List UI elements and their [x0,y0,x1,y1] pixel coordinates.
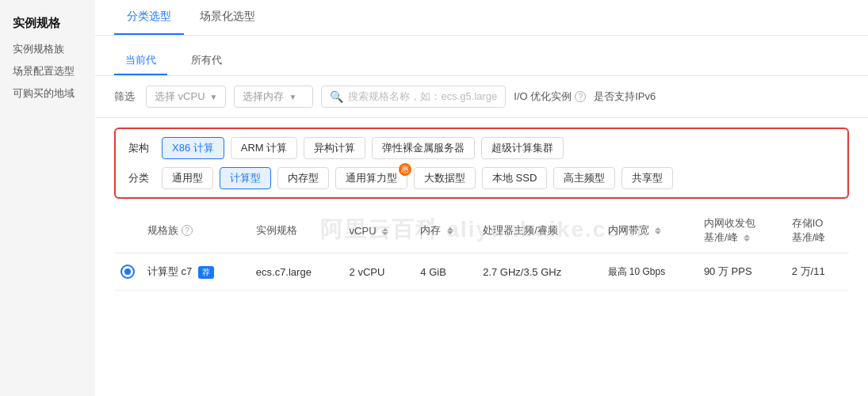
td-storage-io: 2 万/11 [786,253,849,291]
arch-row: 架构 X86 计算 ARM 计算 异构计算 弹性裸金属服务器 超级计算集群 [128,137,835,159]
chip-general-compute[interactable]: 通用算力型 惠 [335,167,407,189]
tab-category[interactable]: 分类选型 [114,0,184,35]
sidebar-item-family[interactable]: 实例规格族 [13,42,95,56]
chip-high-freq[interactable]: 高主频型 [553,167,615,189]
sidebar: 实例规格 实例规格族 场景配置选型 可购买的地域 [0,0,95,396]
th-family: 规格族 ? [141,208,250,253]
arch-label: 架构 [128,141,154,155]
th-memory: 内存 [414,208,476,253]
top-tabs: 分类选型 场景化选型 [95,0,868,36]
th-select [114,208,141,253]
chip-bare-metal[interactable]: 弹性裸金属服务器 [372,137,475,159]
category-row: 分类 通用型 计算型 内存型 通用算力型 惠 大数据型 本地 SSD 高主频型 … [128,167,835,189]
td-network-pps: 90 万 PPS [698,253,786,291]
th-network-bw: 内网带宽 [602,208,698,253]
td-network-bw: 最高 10 Gbps [602,253,698,291]
search-icon: 🔍 [330,90,343,103]
tab-current-gen[interactable]: 当前代 [114,47,167,75]
table-header-row: 规格族 ? 实例规格 vCPU [114,208,849,253]
chip-arm[interactable]: ARM 计算 [231,137,298,159]
td-radio[interactable] [114,253,141,291]
chip-supercompute[interactable]: 超级计算集群 [481,137,564,159]
search-box[interactable]: 🔍 搜索规格名称，如：ecs.g5.large [321,86,506,108]
vcpu-placeholder: 选择 vCPU [155,89,205,104]
arch-chips: X86 计算 ARM 计算 异构计算 弹性裸金属服务器 超级计算集群 [162,137,564,159]
family-badge: 荐 [198,266,214,279]
sidebar-title: 实例规格 [13,16,95,31]
search-placeholder: 搜索规格名称，如：ecs.g5.large [348,89,497,104]
th-network-pps: 内网收发包 基准/峰 [698,208,786,253]
family-help-icon[interactable]: ? [182,225,193,236]
table-row: 计算型 c7 荐 ecs.c7.large 2 vCPU 4 GiB 2.7 G… [114,253,849,291]
table-area: 规格族 ? 实例规格 vCPU [95,208,868,291]
network-pps-sort-icon[interactable] [744,234,750,242]
vcpu-sort-icon[interactable] [382,228,388,235]
table-body: 计算型 c7 荐 ecs.c7.large 2 vCPU 4 GiB 2.7 G… [114,253,849,291]
chip-memory[interactable]: 内存型 [277,167,329,189]
network-bw-sort-icon[interactable] [655,227,661,234]
category-label: 分类 [128,171,154,185]
main-content: 阿里云百科 aliyunbaike.com 分类选型 场景化选型 当前代 所有代… [95,0,868,396]
io-help-icon[interactable]: ? [575,91,586,102]
tab-scene[interactable]: 场景化选型 [187,0,268,35]
tab-all-gen[interactable]: 所有代 [180,47,233,75]
vcpu-chevron-icon: ▼ [210,93,218,101]
chip-x86[interactable]: X86 计算 [162,137,224,159]
filter-bar: 筛选 选择 vCPU ▼ 选择内存 ▼ 🔍 搜索规格名称，如：ecs.g5.la… [95,76,868,118]
spec-table: 规格族 ? 实例规格 vCPU [114,208,849,291]
sidebar-item-region[interactable]: 可购买的地域 [13,86,95,101]
filter-label: 筛选 [114,89,135,104]
th-vcpu: vCPU [343,208,415,253]
row-radio[interactable] [120,265,135,279]
chip-shared[interactable]: 共享型 [621,167,673,189]
memory-placeholder: 选择内存 [243,89,284,104]
sidebar-item-scene[interactable]: 场景配置选型 [13,64,95,78]
general-compute-badge: 惠 [399,163,411,176]
chip-hetero[interactable]: 异构计算 [304,137,365,159]
chip-general[interactable]: 通用型 [162,167,213,189]
memory-select[interactable]: 选择内存 ▼ [234,86,313,108]
ipv6-option: 是否支持IPv6 [594,89,656,104]
radio-dot [124,268,131,275]
vcpu-select[interactable]: 选择 vCPU ▼ [146,86,226,108]
th-network-pps-label: 内网收发包 [704,217,755,229]
io-label: I/O 优化实例 [514,89,572,104]
memory-chevron-icon: ▼ [289,93,296,101]
td-cpu-freq: 2.7 GHz/3.5 GHz [476,253,601,291]
gen-tabs: 当前代 所有代 [95,36,868,76]
th-storage-io: 存储IO 基准/峰 [786,208,849,253]
category-chips: 通用型 计算型 内存型 通用算力型 惠 大数据型 本地 SSD 高主频型 共享型 [162,167,673,189]
td-vcpu: 2 vCPU [343,253,415,291]
ipv6-label: 是否支持IPv6 [594,89,656,104]
td-spec: ecs.c7.large [250,253,343,291]
chip-compute[interactable]: 计算型 [220,167,271,189]
td-family: 计算型 c7 荐 [141,253,250,291]
memory-sort-icon[interactable] [447,227,453,234]
io-option: I/O 优化实例 ? [514,89,586,104]
chip-local-ssd[interactable]: 本地 SSD [482,167,547,189]
th-spec: 实例规格 [250,208,343,253]
td-memory: 4 GiB [414,253,476,291]
th-cpu-freq: 处理器主频/睿频 [476,208,601,253]
arch-filter-box: 架构 X86 计算 ARM 计算 异构计算 弹性裸金属服务器 超级计算集群 分类… [114,128,849,199]
chip-bigdata[interactable]: 大数据型 [414,167,476,189]
th-network-pps-sublabel: 基准/峰 [704,231,738,243]
